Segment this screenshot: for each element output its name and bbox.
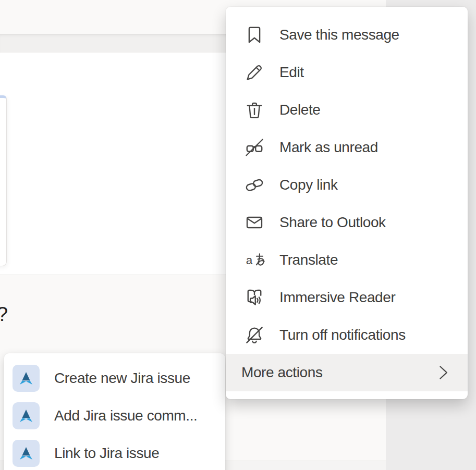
menu-item-label: Edit <box>279 64 304 81</box>
menu-item-label: Create new Jira issue <box>54 370 190 387</box>
pencil-icon <box>244 62 265 83</box>
menu-item-save-this-message[interactable]: Save this message <box>226 16 468 54</box>
partial-message-text: ? <box>0 303 8 326</box>
translate-icon: a <box>244 250 265 270</box>
menu-item-label: Save this message <box>279 27 399 43</box>
jira-app-icon <box>13 440 40 467</box>
menu-item-share-to-outlook[interactable]: Share to Outlook <box>226 204 468 241</box>
menu-item-label: Immersive Reader <box>279 289 395 306</box>
svg-text:a: a <box>246 254 253 267</box>
trash-icon <box>244 100 265 120</box>
menu-item-delete[interactable]: Delete <box>226 91 468 129</box>
menu-item-label: Add Jira issue comm... <box>54 407 197 424</box>
menu-item-label: Share to Outlook <box>279 214 386 231</box>
message-context-menu: Save this message Edit Delete <box>226 7 468 399</box>
menu-item-turn-off-notifications[interactable]: Turn off notifications <box>226 316 468 354</box>
bell-off-icon <box>244 325 265 345</box>
glasses-off-icon <box>244 137 265 158</box>
menu-item-add-jira-issue-comment[interactable]: Add Jira issue comm... <box>4 397 225 435</box>
menu-item-immersive-reader[interactable]: Immersive Reader <box>226 279 468 316</box>
jira-app-icon <box>13 365 40 392</box>
menu-item-translate[interactable]: a Translate <box>226 241 468 279</box>
menu-item-label: Delete <box>279 102 321 118</box>
link-icon <box>244 175 265 195</box>
bookmark-icon <box>244 24 265 45</box>
jira-actions-submenu: Create new Jira issue Add Jira issue com… <box>4 353 225 470</box>
menu-item-label: Translate <box>279 252 338 268</box>
chevron-right-icon <box>433 362 452 383</box>
menu-item-mark-as-unread[interactable]: Mark as unread <box>226 129 468 166</box>
immersive-reader-icon <box>244 287 265 308</box>
menu-item-label: Mark as unread <box>279 139 378 156</box>
mail-icon <box>244 212 265 233</box>
menu-item-edit[interactable]: Edit <box>226 54 468 91</box>
menu-item-label: Copy link <box>279 177 338 193</box>
menu-item-label: More actions <box>241 364 433 381</box>
menu-item-create-new-jira-issue[interactable]: Create new Jira issue <box>4 360 225 397</box>
menu-item-more-actions[interactable]: More actions <box>226 354 468 391</box>
menu-item-label: Turn off notifications <box>279 327 406 343</box>
menu-item-link-to-jira-issue[interactable]: Link to Jira issue <box>4 435 225 470</box>
menu-item-label: Link to Jira issue <box>54 445 159 462</box>
menu-item-copy-link[interactable]: Copy link <box>226 166 468 204</box>
jira-app-icon <box>13 402 40 429</box>
compose-box-edge[interactable] <box>0 95 7 266</box>
